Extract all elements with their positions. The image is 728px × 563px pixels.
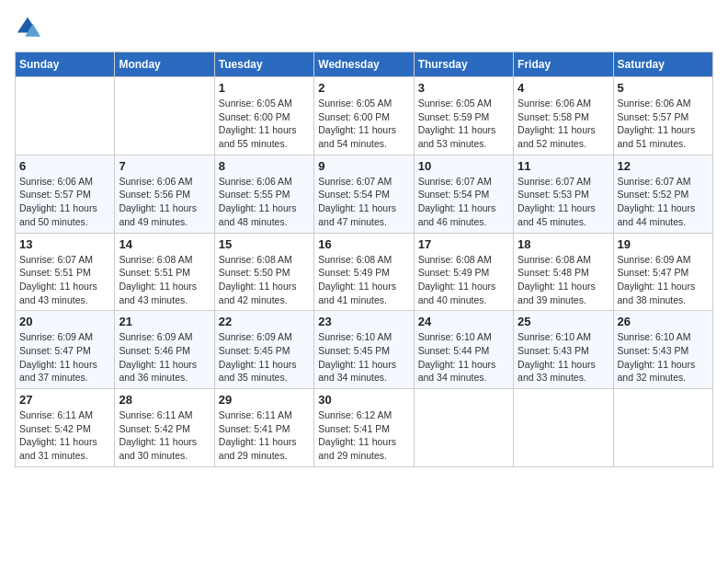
weekday-header: Wednesday <box>314 52 414 77</box>
page-header <box>15 15 713 40</box>
day-detail: Sunrise: 6:06 AMSunset: 5:58 PMDaylight:… <box>518 97 609 151</box>
weekday-header: Sunday <box>16 52 115 77</box>
calendar-day-cell <box>514 389 613 467</box>
day-number: 5 <box>618 81 709 95</box>
day-number: 18 <box>518 237 609 251</box>
calendar-day-cell: 13Sunrise: 6:07 AMSunset: 5:51 PMDayligh… <box>16 233 115 311</box>
calendar-day-cell: 22Sunrise: 6:09 AMSunset: 5:45 PMDayligh… <box>214 311 313 389</box>
day-detail: Sunrise: 6:11 AMSunset: 5:42 PMDaylight:… <box>119 408 210 463</box>
calendar-day-cell: 5Sunrise: 6:06 AMSunset: 5:57 PMDaylight… <box>613 77 712 155</box>
day-detail: Sunrise: 6:08 AMSunset: 5:51 PMDaylight:… <box>119 253 210 307</box>
day-detail: Sunrise: 6:09 AMSunset: 5:47 PMDaylight:… <box>618 253 709 307</box>
day-detail: Sunrise: 6:10 AMSunset: 5:43 PMDaylight:… <box>618 330 709 385</box>
calendar-day-cell: 24Sunrise: 6:10 AMSunset: 5:44 PMDayligh… <box>414 311 513 389</box>
day-number: 29 <box>219 393 310 407</box>
calendar-day-cell: 8Sunrise: 6:06 AMSunset: 5:55 PMDaylight… <box>214 155 313 233</box>
day-number: 16 <box>318 237 409 251</box>
day-number: 9 <box>318 159 409 173</box>
weekday-header: Thursday <box>414 52 513 77</box>
day-number: 30 <box>318 393 409 407</box>
day-detail: Sunrise: 6:08 AMSunset: 5:50 PMDaylight:… <box>219 253 310 307</box>
calendar-day-cell: 29Sunrise: 6:11 AMSunset: 5:41 PMDayligh… <box>214 389 313 467</box>
calendar-day-cell: 17Sunrise: 6:08 AMSunset: 5:49 PMDayligh… <box>414 233 513 311</box>
calendar-day-cell: 28Sunrise: 6:11 AMSunset: 5:42 PMDayligh… <box>115 389 214 467</box>
calendar-day-cell: 18Sunrise: 6:08 AMSunset: 5:48 PMDayligh… <box>514 233 613 311</box>
calendar-day-cell: 20Sunrise: 6:09 AMSunset: 5:47 PMDayligh… <box>16 311 115 389</box>
day-number: 3 <box>418 81 509 95</box>
weekday-header: Monday <box>115 52 214 77</box>
day-number: 24 <box>418 315 509 328</box>
calendar-day-cell: 30Sunrise: 6:12 AMSunset: 5:41 PMDayligh… <box>314 389 414 467</box>
day-number: 8 <box>219 159 310 173</box>
day-detail: Sunrise: 6:09 AMSunset: 5:47 PMDaylight:… <box>19 330 110 385</box>
day-number: 10 <box>418 159 509 173</box>
day-number: 14 <box>119 237 210 251</box>
day-detail: Sunrise: 6:09 AMSunset: 5:46 PMDaylight:… <box>119 330 210 385</box>
day-detail: Sunrise: 6:05 AMSunset: 5:59 PMDaylight:… <box>418 97 509 151</box>
day-number: 28 <box>119 393 210 407</box>
calendar-day-cell: 26Sunrise: 6:10 AMSunset: 5:43 PMDayligh… <box>613 311 712 389</box>
calendar-table: SundayMondayTuesdayWednesdayThursdayFrid… <box>15 52 713 467</box>
day-detail: Sunrise: 6:08 AMSunset: 5:49 PMDaylight:… <box>318 253 409 307</box>
calendar-day-cell: 23Sunrise: 6:10 AMSunset: 5:45 PMDayligh… <box>314 311 414 389</box>
day-detail: Sunrise: 6:10 AMSunset: 5:43 PMDaylight:… <box>518 330 609 385</box>
day-detail: Sunrise: 6:08 AMSunset: 5:49 PMDaylight:… <box>418 253 509 307</box>
calendar-day-cell <box>16 77 115 155</box>
calendar-day-cell: 10Sunrise: 6:07 AMSunset: 5:54 PMDayligh… <box>414 155 513 233</box>
day-number: 7 <box>119 159 210 173</box>
day-number: 13 <box>19 237 110 251</box>
calendar-day-cell: 14Sunrise: 6:08 AMSunset: 5:51 PMDayligh… <box>115 233 214 311</box>
day-detail: Sunrise: 6:07 AMSunset: 5:52 PMDaylight:… <box>618 175 709 229</box>
weekday-header: Tuesday <box>214 52 313 77</box>
calendar-day-cell: 12Sunrise: 6:07 AMSunset: 5:52 PMDayligh… <box>613 155 712 233</box>
day-detail: Sunrise: 6:10 AMSunset: 5:44 PMDaylight:… <box>418 330 509 385</box>
day-detail: Sunrise: 6:06 AMSunset: 5:56 PMDaylight:… <box>119 175 210 229</box>
day-number: 17 <box>418 237 509 251</box>
day-detail: Sunrise: 6:11 AMSunset: 5:42 PMDaylight:… <box>19 408 110 463</box>
calendar-week-row: 1Sunrise: 6:05 AMSunset: 6:00 PMDaylight… <box>16 77 713 155</box>
calendar-day-cell <box>414 389 513 467</box>
calendar-week-row: 20Sunrise: 6:09 AMSunset: 5:47 PMDayligh… <box>16 311 713 389</box>
day-number: 19 <box>618 237 709 251</box>
day-detail: Sunrise: 6:12 AMSunset: 5:41 PMDaylight:… <box>318 408 409 463</box>
day-detail: Sunrise: 6:11 AMSunset: 5:41 PMDaylight:… <box>219 408 310 463</box>
calendar-week-row: 6Sunrise: 6:06 AMSunset: 5:57 PMDaylight… <box>16 155 713 233</box>
day-number: 26 <box>618 315 709 328</box>
calendar-day-cell: 16Sunrise: 6:08 AMSunset: 5:49 PMDayligh… <box>314 233 414 311</box>
day-number: 2 <box>318 81 409 95</box>
day-detail: Sunrise: 6:10 AMSunset: 5:45 PMDaylight:… <box>318 330 409 385</box>
day-number: 6 <box>19 159 110 173</box>
day-number: 1 <box>219 81 310 95</box>
weekday-header: Saturday <box>613 52 712 77</box>
day-detail: Sunrise: 6:08 AMSunset: 5:48 PMDaylight:… <box>518 253 609 307</box>
calendar-day-cell: 6Sunrise: 6:06 AMSunset: 5:57 PMDaylight… <box>16 155 115 233</box>
day-detail: Sunrise: 6:07 AMSunset: 5:51 PMDaylight:… <box>19 253 110 307</box>
logo-icon <box>15 15 40 40</box>
weekday-header: Friday <box>514 52 613 77</box>
day-number: 22 <box>219 315 310 328</box>
day-detail: Sunrise: 6:07 AMSunset: 5:54 PMDaylight:… <box>318 175 409 229</box>
calendar-day-cell: 3Sunrise: 6:05 AMSunset: 5:59 PMDaylight… <box>414 77 513 155</box>
calendar-week-row: 27Sunrise: 6:11 AMSunset: 5:42 PMDayligh… <box>16 389 713 467</box>
calendar-week-row: 13Sunrise: 6:07 AMSunset: 5:51 PMDayligh… <box>16 233 713 311</box>
day-detail: Sunrise: 6:06 AMSunset: 5:55 PMDaylight:… <box>219 175 310 229</box>
day-detail: Sunrise: 6:05 AMSunset: 6:00 PMDaylight:… <box>219 97 310 151</box>
day-detail: Sunrise: 6:09 AMSunset: 5:45 PMDaylight:… <box>219 330 310 385</box>
day-number: 12 <box>618 159 709 173</box>
day-number: 23 <box>318 315 409 328</box>
calendar-day-cell: 21Sunrise: 6:09 AMSunset: 5:46 PMDayligh… <box>115 311 214 389</box>
day-number: 27 <box>19 393 110 407</box>
calendar-day-cell: 11Sunrise: 6:07 AMSunset: 5:53 PMDayligh… <box>514 155 613 233</box>
calendar-day-cell: 2Sunrise: 6:05 AMSunset: 6:00 PMDaylight… <box>314 77 414 155</box>
calendar-day-cell: 7Sunrise: 6:06 AMSunset: 5:56 PMDaylight… <box>115 155 214 233</box>
calendar-day-cell: 1Sunrise: 6:05 AMSunset: 6:00 PMDaylight… <box>214 77 313 155</box>
calendar-day-cell: 19Sunrise: 6:09 AMSunset: 5:47 PMDayligh… <box>613 233 712 311</box>
day-number: 21 <box>119 315 210 328</box>
calendar-day-cell: 27Sunrise: 6:11 AMSunset: 5:42 PMDayligh… <box>16 389 115 467</box>
day-number: 15 <box>219 237 310 251</box>
day-number: 20 <box>19 315 110 328</box>
calendar-day-cell: 25Sunrise: 6:10 AMSunset: 5:43 PMDayligh… <box>514 311 613 389</box>
day-detail: Sunrise: 6:06 AMSunset: 5:57 PMDaylight:… <box>19 175 110 229</box>
day-detail: Sunrise: 6:06 AMSunset: 5:57 PMDaylight:… <box>618 97 709 151</box>
day-detail: Sunrise: 6:07 AMSunset: 5:53 PMDaylight:… <box>518 175 609 229</box>
